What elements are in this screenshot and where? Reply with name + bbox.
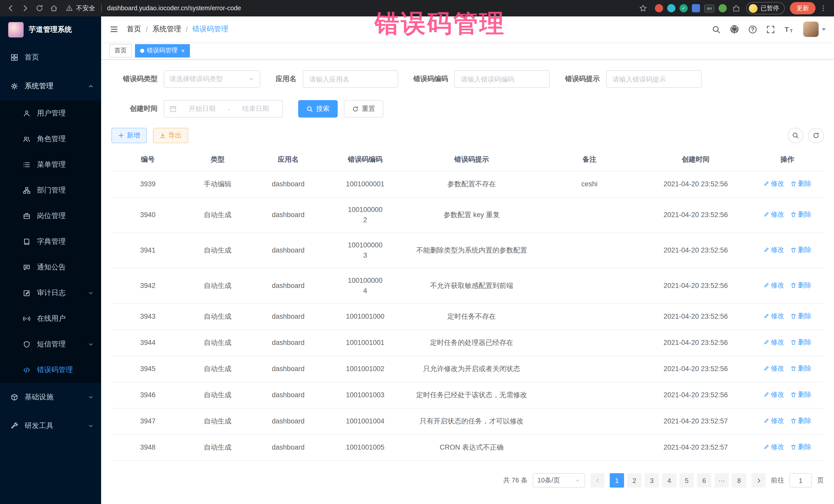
app-name-input[interactable] [303, 70, 398, 88]
delete-link[interactable]: 删除 [790, 179, 811, 189]
error-code-input[interactable] [454, 70, 550, 88]
edit-link[interactable]: 修改 [763, 280, 784, 290]
sidebar-item-user[interactable]: 用户管理 [0, 101, 101, 126]
edit-link[interactable]: 修改 [763, 416, 784, 426]
export-button[interactable]: 导出 [153, 128, 188, 143]
hamburger-icon[interactable] [109, 25, 118, 34]
font-size-icon[interactable]: TT [784, 25, 794, 34]
tab-error-code[interactable]: 错误码管理 × [135, 44, 190, 57]
kebab-menu-icon[interactable] [816, 2, 830, 15]
reload-icon[interactable] [33, 2, 46, 15]
extension-icon[interactable] [667, 4, 675, 12]
prev-page-button[interactable] [590, 473, 605, 487]
help-icon[interactable] [748, 25, 757, 34]
delete-icon [790, 444, 796, 450]
home-icon[interactable] [47, 2, 61, 15]
reset-button[interactable]: 重置 [344, 100, 383, 117]
edit-link[interactable]: 修改 [763, 179, 784, 189]
delete-link[interactable]: 删除 [790, 280, 811, 290]
extension-icon[interactable] [655, 4, 663, 12]
sidebar-item-online[interactable]: 在线用户 [0, 306, 101, 332]
puzzle-extensions-icon[interactable] [731, 3, 741, 13]
delete-link[interactable]: 删除 [790, 442, 811, 452]
book-icon [23, 238, 31, 246]
page-button-1[interactable]: 1 [610, 473, 624, 487]
breadcrumb-item-home[interactable]: 首页 [127, 25, 141, 34]
sidebar-item-sms[interactable]: 短信管理 [0, 332, 101, 357]
sidebar-item-post[interactable]: 岗位管理 [0, 203, 101, 229]
page-button-8[interactable]: 8 [732, 473, 746, 487]
breadcrumb-item-current: 错误码管理 [193, 25, 228, 34]
page-button-2[interactable]: 2 [627, 473, 641, 487]
cell-code: 1001000001 [325, 171, 405, 197]
delete-link[interactable]: 删除 [790, 416, 811, 426]
user-menu[interactable] [803, 22, 826, 37]
delete-link[interactable]: 删除 [790, 390, 811, 400]
cell-actions: 修改删除 [751, 356, 824, 382]
delete-link[interactable]: 删除 [790, 337, 811, 348]
edit-link[interactable]: 修改 [763, 442, 784, 452]
bookmark-star-icon[interactable] [636, 2, 650, 15]
sidebar-item-errorcode[interactable]: 错误码管理 [0, 357, 101, 383]
column-header-created: 创建时间 [640, 148, 751, 171]
edit-link[interactable]: 修改 [763, 364, 784, 374]
delete-link[interactable]: 删除 [790, 210, 811, 220]
sidebar-item-audit[interactable]: 审计日志 [0, 280, 101, 306]
edit-link[interactable]: 修改 [763, 311, 784, 321]
sidebar-item-infra[interactable]: 基础设施 [0, 383, 101, 412]
page-button-6[interactable]: 6 [697, 473, 711, 487]
page-button-4[interactable]: 4 [662, 473, 676, 487]
sidebar-item-menu[interactable]: 菜单管理 [0, 152, 101, 178]
close-icon[interactable]: × [181, 47, 185, 53]
error-code-value: 1001000004 [348, 276, 382, 296]
sidebar-item-role[interactable]: 角色管理 [0, 126, 101, 152]
extension-on-badge[interactable]: on [704, 4, 715, 12]
error-hint-input[interactable] [606, 70, 701, 88]
page-button-5[interactable]: 5 [680, 473, 694, 487]
search-icon[interactable] [712, 25, 721, 34]
next-page-button[interactable] [751, 473, 766, 487]
update-button[interactable]: 更新 [790, 2, 815, 14]
type-select[interactable]: 请选择错误码类型 [164, 70, 260, 88]
sidebar-item-notice[interactable]: 通知公告 [0, 255, 101, 280]
extension-leaf-icon[interactable] [719, 4, 727, 12]
sidebar-item-devtools[interactable]: 研发工具 [0, 412, 101, 440]
edit-link[interactable]: 修改 [763, 337, 784, 348]
add-button[interactable]: 新增 [111, 128, 147, 143]
sidebar-item-home[interactable]: 首页 [0, 43, 101, 72]
goto-page-input[interactable] [789, 473, 812, 487]
cell-actions: 修改删除 [751, 171, 824, 197]
forward-icon[interactable] [19, 2, 32, 15]
tab-home[interactable]: 首页 [109, 44, 132, 57]
address-bar[interactable]: 不安全 dashboard.yudao.iocoder.cn/system/er… [62, 4, 635, 13]
sidebar-item-system[interactable]: 系统管理 [0, 72, 101, 101]
search-button[interactable]: 搜索 [298, 100, 338, 117]
delete-link[interactable]: 删除 [790, 311, 811, 321]
edit-link[interactable]: 修改 [763, 245, 784, 255]
fullscreen-icon[interactable] [766, 25, 775, 34]
extension-icon[interactable]: ✓ [680, 4, 688, 12]
extension-icon[interactable] [692, 4, 700, 12]
sidebar-item-dept[interactable]: 部门管理 [0, 178, 101, 203]
page-button-3[interactable]: 3 [644, 473, 659, 487]
cell-type: 自动生成 [184, 408, 251, 435]
breadcrumb-item-system[interactable]: 系统管理 [152, 25, 181, 34]
edit-icon [763, 366, 769, 372]
code-label: 错误码编码 [413, 74, 448, 84]
paused-badge[interactable]: 已暂停 [746, 2, 785, 14]
add-button-label: 新增 [127, 131, 140, 140]
more-pages-button[interactable]: ··· [715, 473, 729, 487]
date-range-picker[interactable]: 开始日期 - 结束日期 [164, 100, 283, 117]
delete-link[interactable]: 删除 [790, 364, 811, 374]
refresh-table-icon[interactable] [808, 128, 824, 143]
github-icon[interactable] [730, 25, 739, 34]
delete-link[interactable]: 删除 [790, 245, 811, 255]
sidebar-item-dict[interactable]: 字典管理 [0, 229, 101, 255]
logo[interactable]: 芋道管理系统 [0, 17, 101, 43]
show-search-icon[interactable] [788, 128, 803, 143]
user-icon [23, 109, 31, 117]
page-size-select[interactable]: 10条/页 [533, 473, 585, 487]
back-icon[interactable] [4, 2, 18, 15]
edit-link[interactable]: 修改 [763, 390, 784, 400]
edit-link[interactable]: 修改 [763, 210, 784, 220]
